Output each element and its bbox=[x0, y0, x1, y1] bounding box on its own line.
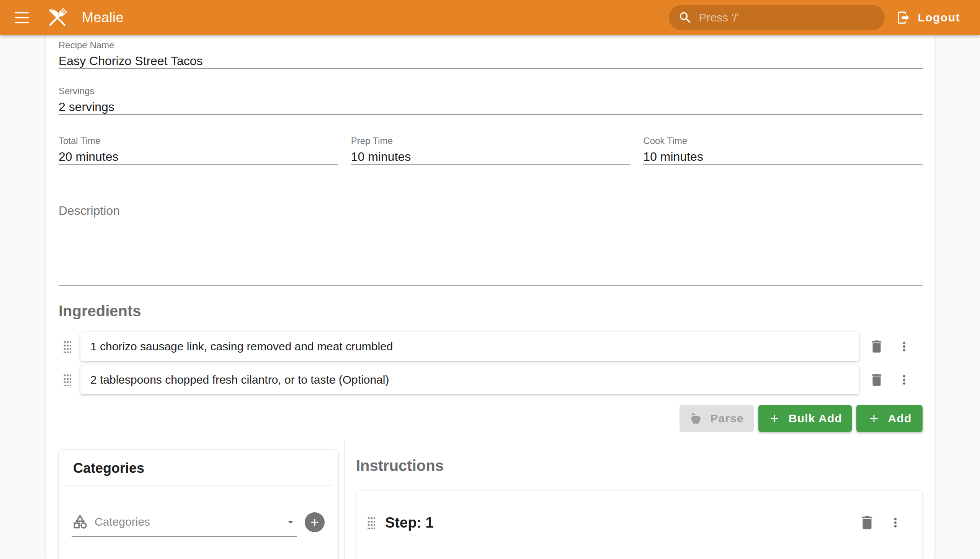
total-time-input[interactable] bbox=[59, 149, 338, 164]
ingredients-heading: Ingredients bbox=[59, 302, 141, 320]
total-time-field[interactable]: Total Time bbox=[59, 136, 338, 165]
cook-time-label: Cook Time bbox=[643, 136, 922, 146]
shapes-icon bbox=[71, 513, 88, 530]
drag-handle-icon[interactable] bbox=[63, 341, 71, 352]
parse-button[interactable]: Parse bbox=[679, 405, 754, 432]
cook-time-field[interactable]: Cook Time bbox=[643, 136, 922, 165]
column-divider bbox=[344, 441, 345, 559]
kebab-menu-icon bbox=[897, 339, 911, 354]
search-icon bbox=[678, 10, 692, 25]
ingredient-input-card[interactable] bbox=[80, 332, 859, 361]
categories-select-label: Categories bbox=[94, 515, 284, 528]
bulk-add-label: Bulk Add bbox=[788, 412, 842, 425]
kebab-menu-icon bbox=[888, 515, 903, 530]
description-field[interactable]: Description bbox=[59, 203, 922, 286]
search-input[interactable] bbox=[699, 11, 876, 24]
add-ingredient-button[interactable]: Add bbox=[856, 405, 922, 432]
card-divider bbox=[64, 485, 332, 486]
add-label: Add bbox=[888, 412, 912, 425]
plus-icon bbox=[868, 412, 881, 425]
instructions-heading: Instructions bbox=[356, 456, 444, 475]
times-row: Total Time Prep Time Cook Time bbox=[59, 136, 922, 165]
categories-select[interactable]: Categories bbox=[71, 507, 297, 537]
apple-icon bbox=[689, 412, 702, 425]
ingredient-menu-button[interactable] bbox=[895, 370, 913, 389]
trash-icon bbox=[869, 339, 885, 354]
trash-icon bbox=[869, 372, 885, 388]
ingredient-input[interactable] bbox=[80, 340, 859, 353]
servings-label: Servings bbox=[59, 86, 922, 96]
app-header: Mealie Logout bbox=[0, 0, 980, 35]
recipe-name-label: Recipe Name bbox=[59, 40, 922, 51]
recipe-name-input[interactable] bbox=[59, 54, 922, 68]
drag-handle-icon[interactable] bbox=[367, 516, 375, 529]
chevron-down-icon[interactable] bbox=[284, 515, 297, 528]
hamburger-menu-icon[interactable] bbox=[8, 4, 35, 31]
plus-icon bbox=[768, 412, 781, 425]
app-title: Mealie bbox=[82, 10, 124, 26]
step-title: Step: 1 bbox=[385, 514, 434, 531]
search-bar[interactable] bbox=[669, 5, 885, 30]
step-menu-button[interactable] bbox=[886, 513, 905, 532]
ingredient-input[interactable] bbox=[80, 373, 859, 386]
ingredient-input-card[interactable] bbox=[80, 365, 859, 394]
servings-input[interactable] bbox=[59, 99, 922, 114]
ingredient-actions-row: Parse Bulk Add Add bbox=[59, 405, 922, 432]
ingredient-menu-button[interactable] bbox=[895, 337, 913, 356]
recipe-editor-card: Recipe Name Servings Total Time Prep Tim… bbox=[46, 35, 934, 559]
prep-time-input[interactable] bbox=[351, 149, 630, 164]
categories-card-title: Categories bbox=[73, 460, 144, 477]
drag-handle-icon[interactable] bbox=[63, 374, 71, 386]
ingredient-row bbox=[59, 365, 922, 394]
cook-time-input[interactable] bbox=[643, 149, 922, 164]
trash-icon bbox=[858, 514, 876, 531]
categories-card: Categories Categories bbox=[58, 450, 339, 559]
plus-icon bbox=[309, 516, 321, 528]
prep-time-field[interactable]: Prep Time bbox=[351, 136, 630, 165]
recipe-name-field[interactable]: Recipe Name bbox=[59, 40, 922, 69]
logout-icon bbox=[896, 10, 911, 25]
servings-field[interactable]: Servings bbox=[59, 86, 922, 115]
fork-knife-logo-icon[interactable] bbox=[44, 4, 71, 31]
delete-ingredient-button[interactable] bbox=[868, 370, 886, 389]
total-time-label: Total Time bbox=[59, 136, 338, 146]
logout-label: Logout bbox=[917, 11, 960, 24]
logout-button[interactable]: Logout bbox=[896, 4, 960, 31]
kebab-menu-icon bbox=[897, 372, 911, 387]
add-category-button[interactable] bbox=[305, 512, 325, 532]
parse-label: Parse bbox=[710, 412, 744, 425]
delete-step-button[interactable] bbox=[858, 513, 876, 532]
delete-ingredient-button[interactable] bbox=[868, 337, 886, 356]
description-label: Description bbox=[59, 203, 922, 218]
ingredient-row bbox=[59, 332, 922, 361]
prep-time-label: Prep Time bbox=[351, 136, 630, 146]
bulk-add-button[interactable]: Bulk Add bbox=[759, 405, 852, 432]
instruction-step-card: Step: 1 Combine crumbled chorizo and chi… bbox=[356, 490, 922, 559]
step-header: Step: 1 bbox=[367, 512, 905, 533]
